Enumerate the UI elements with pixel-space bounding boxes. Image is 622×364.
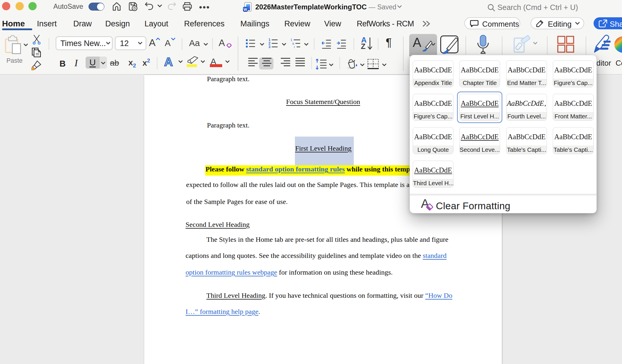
svg-text:3: 3 <box>268 45 271 49</box>
svg-text:W: W <box>244 8 247 12</box>
svg-text:i: i <box>294 45 295 49</box>
svg-text:1: 1 <box>290 38 292 42</box>
svg-text:a: a <box>292 42 294 45</box>
